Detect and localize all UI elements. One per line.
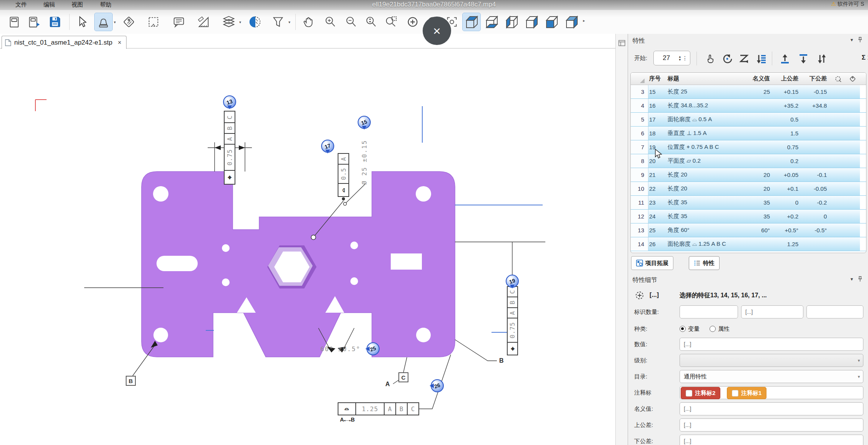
start-value[interactable]: 27 (654, 54, 679, 62)
value-input[interactable] (680, 338, 863, 351)
col-capture-icon[interactable] (831, 73, 845, 85)
col-nominal[interactable]: 名义值 (746, 73, 771, 85)
comment-icon[interactable] (170, 13, 188, 31)
view-cube-right-icon[interactable] (523, 13, 540, 31)
select-cursor-icon[interactable] (73, 13, 91, 31)
views-more-icon[interactable]: ▸ (583, 18, 585, 23)
hole-top-left[interactable] (153, 186, 168, 202)
stamp-tool-icon[interactable] (95, 13, 112, 31)
filter-icon[interactable] (269, 13, 287, 31)
lower-tol-input[interactable] (680, 435, 863, 445)
id-count-input-3[interactable] (806, 305, 863, 318)
nominal-input[interactable] (680, 402, 863, 415)
slot-rect[interactable] (391, 253, 422, 270)
fcf-position-0.75-abc[interactable]: ⌖0.75ABC (224, 111, 235, 185)
table-row[interactable]: 820平面度 ▱ 0.20.2 (631, 154, 866, 168)
dim-angle[interactable]: 60° ±0.5° (320, 345, 361, 353)
panel-toggle-icon[interactable] (618, 39, 626, 47)
start-number-stepper[interactable]: 27 ▴▾ ⋮ (653, 51, 690, 65)
checkbox-icon[interactable] (686, 390, 692, 397)
table-row[interactable]: 1022长度 2020+0.1-0.05 (631, 182, 866, 196)
video-close-button[interactable]: × (423, 17, 451, 45)
balloon-26[interactable]: 26 (431, 379, 444, 392)
stepper-arrows-icon[interactable]: ▴▾ (679, 55, 682, 61)
view-cube-top-icon[interactable] (463, 13, 480, 31)
select-all-corner[interactable] (631, 73, 648, 85)
filter-dropdown-icon[interactable]: ▾ (288, 20, 290, 24)
table-row[interactable]: 1123长度 35350-0.2 (631, 196, 866, 210)
col-seq[interactable]: 序号 (648, 73, 665, 85)
col-title[interactable]: 标题 (665, 73, 746, 85)
sort-list-icon[interactable] (754, 52, 768, 65)
table-row[interactable]: 1426面轮廓度 ⌓ 1.25 A B C1.25 (631, 237, 866, 251)
move-bottom-icon[interactable] (796, 52, 810, 65)
datum-c-label[interactable]: C (398, 372, 408, 382)
rotate-icon[interactable] (720, 52, 734, 65)
fcf-profile-0.5-a[interactable]: ⌓0.5A (338, 153, 349, 197)
zoom-out-icon[interactable] (342, 13, 360, 31)
small-hole[interactable] (222, 278, 230, 286)
balloon-15[interactable]: 15 (358, 116, 371, 129)
zoom-fit-icon[interactable] (362, 13, 380, 31)
table-row[interactable]: 921长度 2020+0.05-0.1 (631, 168, 866, 182)
table-row[interactable]: 315长度 2525+0.15-0.15 (631, 85, 866, 99)
view-cube-bottom-icon[interactable] (483, 13, 500, 31)
hole-bottom-right[interactable] (416, 328, 431, 342)
radio-attribute[interactable] (710, 326, 716, 332)
table-row[interactable]: 1224长度 3535+0.20 (631, 210, 866, 223)
id-count-input-2[interactable] (741, 305, 803, 318)
swap-order-icon[interactable] (815, 52, 829, 65)
small-hole[interactable] (350, 242, 358, 249)
fcf-position-0.75-abc-right[interactable]: ⌖0.75ABC (507, 286, 518, 355)
table-row[interactable]: 1325角度 60°60°+0.5°-0.5° (631, 223, 866, 237)
col-lower[interactable]: 下公差 (801, 73, 831, 85)
view-cube-left-icon[interactable] (503, 13, 520, 31)
zoom-window-icon[interactable] (382, 13, 400, 31)
panel-collapse-icon[interactable]: ▾ (850, 37, 853, 43)
fcf-profile-1.25-abc[interactable]: ⌓1.25ABC (338, 402, 419, 415)
datum-b-right-label[interactable]: B (499, 357, 504, 364)
pin-icon[interactable] (858, 276, 863, 282)
note-chip-2[interactable]: 注释标2 (681, 387, 720, 399)
col-tag-icon[interactable] (845, 73, 860, 85)
table-row[interactable]: 618垂直度 ⊥ 1.5 A1.5 (631, 127, 866, 140)
region-select-icon[interactable] (145, 13, 162, 31)
table-header[interactable]: 序号 标题 名义值 上公差 下公差 (631, 73, 866, 85)
document-tab[interactable]: nist_ctc_01_asme1_ap242-e1.stp × (2, 36, 127, 49)
open-document-icon[interactable] (5, 13, 23, 31)
balloon-13[interactable]: 13 (223, 95, 236, 108)
zoom-in-icon[interactable] (322, 13, 339, 31)
small-hole[interactable] (222, 244, 230, 252)
view-cube-front-icon[interactable] (543, 13, 560, 31)
table-row[interactable]: 416长度 34.8...35.2+35.2+34.8 (631, 99, 866, 113)
balloon-19[interactable]: 19 (506, 275, 519, 288)
col-upper[interactable]: 上公差 (771, 73, 801, 85)
layers-icon[interactable] (220, 13, 238, 31)
tab-characteristics[interactable]: 特性 (689, 256, 720, 270)
section-view-icon[interactable] (246, 13, 264, 31)
tab-close-icon[interactable]: × (118, 39, 121, 46)
panel-splitter[interactable] (615, 34, 628, 445)
datum-a-label[interactable]: A (385, 381, 390, 388)
level-select[interactable]: ▾ (680, 354, 863, 367)
datum-b-label[interactable]: B (126, 376, 136, 386)
stamp-dropdown-icon[interactable]: ▾ (114, 20, 116, 24)
pick-hand-icon[interactable] (703, 52, 717, 65)
save-icon[interactable] (46, 13, 64, 31)
hole-top-right[interactable] (416, 186, 431, 202)
note-tags-field[interactable]: 注释标2 注释标1 (680, 386, 863, 399)
table-row[interactable]: 517面轮廓度 ⌓ 0.5 A0.5 (631, 113, 866, 127)
tab-project-expand[interactable]: 项目拓展 (631, 256, 673, 270)
pin-icon[interactable] (858, 37, 863, 43)
z-order-icon[interactable] (737, 52, 751, 65)
increase-icon[interactable] (404, 13, 422, 31)
slot-obround[interactable] (157, 256, 198, 271)
dim-hole-diameter[interactable]: Ø 25 ±0.15 (361, 127, 368, 185)
details-collapse-icon[interactable]: ▾ (850, 276, 853, 282)
drawing-canvas[interactable]: 13 17 15 19 25 26 ⌖0.75ABC ⌓0.5A ⌖0.75AB… (0, 48, 615, 445)
id-count-input-1[interactable] (680, 305, 738, 318)
checkbox-icon[interactable] (732, 390, 738, 397)
pan-hand-icon[interactable] (300, 13, 318, 31)
balloon-25[interactable]: 25 (367, 342, 380, 355)
balloon-17[interactable]: 17 (321, 140, 334, 153)
